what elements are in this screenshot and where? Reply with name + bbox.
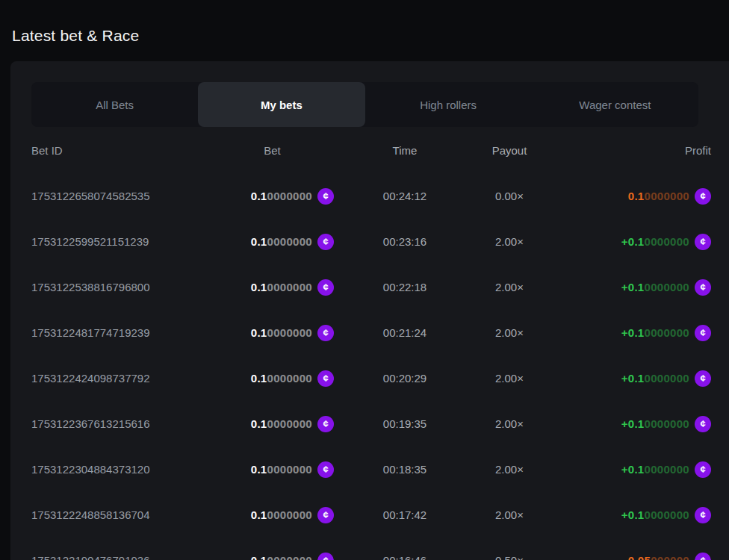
bet-time: 00:20:29 xyxy=(334,372,476,385)
bet-amount-main: 0.1 xyxy=(251,372,267,385)
bet-amount-zeros: 0000000 xyxy=(267,463,313,476)
coin-icon: ¢ xyxy=(317,507,334,523)
bet-amount: 0.10000000 ¢ xyxy=(211,370,334,387)
bet-amount: 0.10000000 ¢ xyxy=(211,234,334,250)
bet-amount-zeros: 0000000 xyxy=(267,281,313,293)
bets-tabbar: All Bets My bets High rollers Wager cont… xyxy=(31,82,698,127)
profit-main: +0.1 xyxy=(621,326,645,339)
tab-my-bets[interactable]: My bets xyxy=(198,82,364,127)
coin-icon: ¢ xyxy=(317,416,334,432)
bet-amount-main: 0.1 xyxy=(251,235,267,248)
tab-label: All Bets xyxy=(96,99,134,111)
bet-id: 1753122481774719239 xyxy=(31,326,211,339)
coin-icon: ¢ xyxy=(317,279,334,296)
tab-label: My bets xyxy=(261,99,303,111)
tab-all-bets[interactable]: All Bets xyxy=(31,82,198,127)
bet-profit: +0.10000000 ¢ xyxy=(543,234,711,250)
bet-id: 1753122190476791936 xyxy=(31,554,211,560)
profit-zeros: 0000000 xyxy=(645,508,690,521)
coin-icon: ¢ xyxy=(695,461,711,478)
bet-id: 1753122424098737792 xyxy=(31,372,211,385)
profit-zeros: 0000000 xyxy=(645,463,690,476)
bet-amount-zeros: 0000000 xyxy=(267,417,313,430)
bet-amount-main: 0.1 xyxy=(251,508,267,521)
table-row[interactable]: 1753122424098737792 0.10000000 ¢ 00:20:2… xyxy=(10,355,729,401)
bet-amount-zeros: 0000000 xyxy=(267,190,313,202)
bet-time: 00:18:35 xyxy=(334,463,476,476)
bet-amount-main: 0.1 xyxy=(251,463,267,476)
coin-icon: ¢ xyxy=(695,553,711,560)
profit-zeros: 0000000 xyxy=(645,326,690,339)
header-payout: Payout xyxy=(476,144,543,157)
bet-profit: +0.10000000 ¢ xyxy=(543,279,711,296)
profit-zeros: 0000000 xyxy=(645,417,690,430)
page-title: Latest bet & Race xyxy=(12,27,139,45)
profit-main: +0.1 xyxy=(621,417,645,430)
bet-amount-main: 0.1 xyxy=(251,281,267,293)
header-bet: Bet xyxy=(211,144,334,157)
bet-id: 1753122248858136704 xyxy=(31,508,211,521)
header-profit: Profit xyxy=(543,144,711,157)
tab-wager-contest[interactable]: Wager contest xyxy=(532,82,698,127)
coin-icon: ¢ xyxy=(317,325,334,341)
bet-id: 1753122304884373120 xyxy=(31,463,211,476)
latest-bet-panel: All Bets My bets High rollers Wager cont… xyxy=(10,61,729,560)
profit-main: +0.1 xyxy=(621,372,645,385)
bet-time: 00:19:35 xyxy=(334,417,476,430)
bet-profit: +0.10000000 ¢ xyxy=(543,325,711,341)
bet-amount: 0.10000000 ¢ xyxy=(211,325,334,341)
profit-main: +0.1 xyxy=(621,235,645,248)
profit-zeros: 0000000 xyxy=(645,372,690,385)
bet-id: 1753122367613215616 xyxy=(31,417,211,430)
profit-main: +0.1 xyxy=(621,463,645,476)
bet-amount: 0.10000000 ¢ xyxy=(211,416,334,432)
bet-payout: 2.00× xyxy=(476,463,543,476)
bet-id: 1753122538816796800 xyxy=(31,281,211,293)
bet-amount-main: 0.1 xyxy=(251,190,267,202)
table-row[interactable]: 1753122481774719239 0.10000000 ¢ 00:21:2… xyxy=(10,310,729,355)
bet-amount-zeros: 0000000 xyxy=(267,554,313,560)
table-header-row: Bet ID Bet Time Payout Profit xyxy=(10,127,729,173)
bet-amount-main: 0.1 xyxy=(251,417,267,430)
bet-time: 00:22:18 xyxy=(334,281,476,293)
coin-icon: ¢ xyxy=(695,234,711,250)
bet-profit: +0.10000000 ¢ xyxy=(543,461,711,478)
table-row[interactable]: 1753122304884373120 0.10000000 ¢ 00:18:3… xyxy=(10,447,729,492)
table-row[interactable]: 1753122599521151239 0.10000000 ¢ 00:23:1… xyxy=(10,219,729,264)
bet-payout: 0.50× xyxy=(476,554,543,560)
header-bet-id: Bet ID xyxy=(31,144,211,157)
bet-payout: 2.00× xyxy=(476,372,543,385)
table-row[interactable]: 1753122367613215616 0.10000000 ¢ 00:19:3… xyxy=(10,401,729,447)
bet-amount-main: 0.1 xyxy=(251,554,267,560)
bet-amount-zeros: 0000000 xyxy=(267,235,313,248)
profit-main: +0.1 xyxy=(621,281,645,293)
tab-high-rollers[interactable]: High rollers xyxy=(365,82,532,127)
bet-profit: 0.10000000 ¢ xyxy=(543,188,711,205)
bet-payout: 0.00× xyxy=(476,190,543,202)
profit-zeros: 000000 xyxy=(651,554,689,560)
bet-profit: 0.05000000 ¢ xyxy=(543,553,711,560)
coin-icon: ¢ xyxy=(317,553,334,560)
table-row[interactable]: 1753122248858136704 0.10000000 ¢ 00:17:4… xyxy=(10,492,729,538)
table-row[interactable]: 1753122658074582535 0.10000000 ¢ 00:24:1… xyxy=(10,173,729,219)
bet-profit: +0.10000000 ¢ xyxy=(543,370,711,387)
profit-main: 0.1 xyxy=(628,190,645,202)
bet-id: 1753122658074582535 xyxy=(31,190,211,202)
bet-amount: 0.10000000 ¢ xyxy=(211,553,334,560)
profit-main: +0.1 xyxy=(621,508,645,521)
coin-icon: ¢ xyxy=(695,370,711,387)
bet-payout: 2.00× xyxy=(476,281,543,293)
coin-icon: ¢ xyxy=(317,188,334,205)
table-row[interactable]: 1753122190476791936 0.10000000 ¢ 00:16:4… xyxy=(10,538,729,560)
profit-zeros: 0000000 xyxy=(645,190,690,202)
tab-label: Wager contest xyxy=(579,99,651,111)
coin-icon: ¢ xyxy=(695,507,711,523)
bet-payout: 2.00× xyxy=(476,326,543,339)
bet-amount-zeros: 0000000 xyxy=(267,372,313,385)
bet-payout: 2.00× xyxy=(476,508,543,521)
table-row[interactable]: 1753122538816796800 0.10000000 ¢ 00:22:1… xyxy=(10,264,729,310)
tab-label: High rollers xyxy=(420,99,477,111)
bet-time: 00:23:16 xyxy=(334,235,476,248)
coin-icon: ¢ xyxy=(317,370,334,387)
bet-amount-zeros: 0000000 xyxy=(267,326,313,339)
